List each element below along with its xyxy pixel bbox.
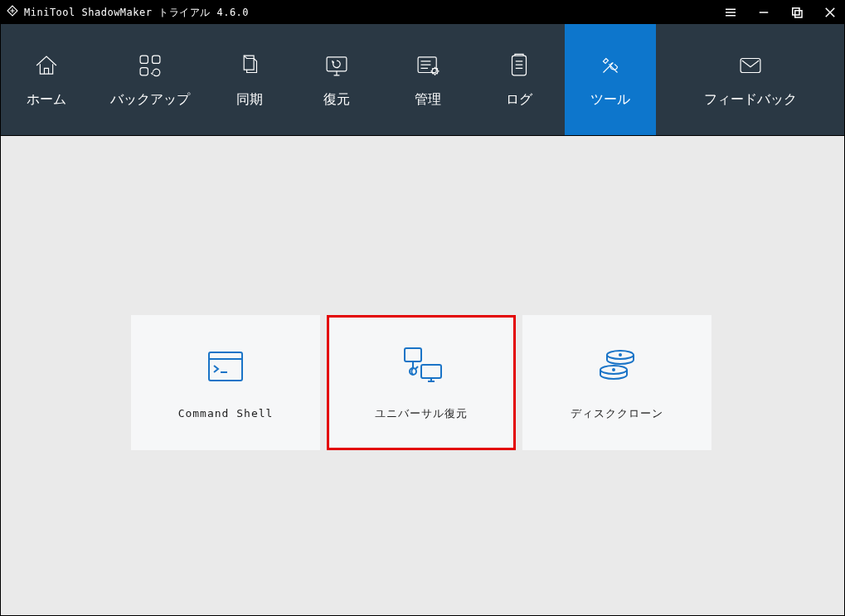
svg-rect-8 [512, 56, 527, 75]
tile-disk-clone-label: ディスククローン [571, 406, 663, 421]
restore-icon [323, 51, 351, 80]
universal-restore-icon [396, 345, 446, 386]
nav-home-label: ホーム [27, 91, 66, 109]
tile-disk-clone[interactable]: ディスククローン [522, 315, 711, 450]
nav-tools-label: ツール [590, 91, 630, 109]
nav-log-label: ログ [506, 91, 532, 109]
navbar: ホーム バックアップ 同期 [1, 24, 844, 136]
svg-rect-3 [153, 56, 160, 63]
nav-feedback-label: フィードバック [704, 91, 797, 109]
svg-rect-2 [140, 56, 148, 63]
home-icon [32, 51, 61, 80]
nav-manage-label: 管理 [415, 91, 441, 109]
log-icon [505, 51, 533, 80]
app-window: MiniTool ShadowMaker トライアル 4.6.0 ホーム [0, 0, 845, 616]
disk-clone-icon [592, 345, 642, 386]
manage-icon [414, 51, 442, 80]
nav-tools[interactable]: ツール [565, 24, 656, 135]
nav-feedback[interactable]: フィードバック [656, 24, 844, 135]
sync-icon [236, 51, 264, 80]
svg-rect-1 [795, 11, 802, 17]
svg-rect-12 [421, 365, 441, 378]
window-title: MiniTool ShadowMaker トライアル 4.6.0 [24, 6, 249, 20]
svg-rect-11 [405, 348, 421, 361]
svg-rect-9 [741, 58, 760, 72]
tile-command-shell-label: Command Shell [178, 407, 274, 420]
menu-button[interactable] [721, 3, 740, 22]
nav-backup[interactable]: バックアップ [92, 24, 208, 135]
terminal-icon [201, 346, 250, 387]
nav-log[interactable]: ログ [473, 24, 565, 135]
nav-restore-label: 復元 [323, 91, 350, 109]
svg-rect-0 [793, 8, 799, 15]
close-button[interactable] [821, 3, 839, 22]
maximize-button[interactable] [788, 3, 806, 22]
nav-backup-label: バックアップ [110, 91, 190, 109]
titlebar: MiniTool ShadowMaker トライアル 4.6.0 [1, 1, 844, 24]
app-logo-icon [6, 4, 19, 21]
svg-rect-4 [140, 67, 148, 75]
nav-home[interactable]: ホーム [1, 24, 92, 135]
backup-icon [136, 51, 164, 80]
minimize-button[interactable] [755, 3, 773, 22]
tile-universal-restore-label: ユニバーサル復元 [375, 406, 468, 421]
svg-point-16 [619, 353, 622, 357]
titlebar-left: MiniTool ShadowMaker トライアル 4.6.0 [6, 4, 249, 21]
window-controls [721, 3, 839, 22]
feedback-icon [736, 51, 765, 80]
nav-sync[interactable]: 同期 [208, 24, 291, 135]
tool-tiles: Command Shell ユニバーサル復元 [131, 315, 711, 450]
nav-sync-label: 同期 [236, 91, 263, 109]
tools-icon [596, 51, 624, 80]
tile-command-shell[interactable]: Command Shell [131, 315, 320, 450]
svg-point-7 [432, 68, 438, 74]
nav-manage[interactable]: 管理 [382, 24, 473, 135]
nav-restore[interactable]: 復元 [291, 24, 382, 135]
svg-point-17 [612, 368, 615, 371]
tile-universal-restore[interactable]: ユニバーサル復元 [327, 315, 516, 450]
content-area: Command Shell ユニバーサル復元 [1, 136, 844, 615]
svg-rect-5 [327, 56, 347, 70]
